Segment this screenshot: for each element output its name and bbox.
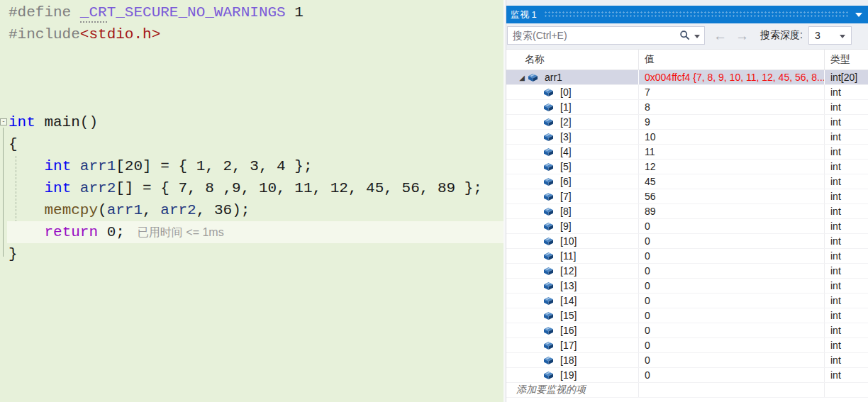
watch-value-cell[interactable]: 0 [639,368,825,382]
watch-variable-name: [2] [560,116,572,128]
variable-icon [543,326,554,335]
watch-row[interactable]: [8]89int [506,204,868,219]
watch-value-cell[interactable]: 11 [639,145,825,159]
watch-variable-name: [9] [560,220,572,232]
watch-row[interactable]: [15]0int [506,308,868,323]
watch-type-cell: int [825,174,868,189]
watch-titlebar[interactable]: 监视 1 [506,6,868,23]
watch-row[interactable]: [13]0int [506,279,868,294]
watch-name-cell: [0] [506,85,639,99]
variable-icon [543,296,554,306]
watch-value-cell[interactable]: 0 [639,323,825,337]
code-token: arr1 [80,158,116,174]
fold-guide-line [3,128,4,257]
watch-row[interactable]: [14]0int [506,294,868,308]
search-depth-combo[interactable]: 3 [808,26,852,45]
watch-value-cell[interactable]: 0x004ffcf4 {7, 8, 9, 10, 11, 12, 45, 56,… [639,70,825,84]
watch-type-cell: int [825,308,868,323]
search-icon[interactable] [679,30,691,41]
watch-row[interactable]: [12]0int [506,264,868,279]
watch-variable-name: [0] [560,86,572,98]
watch-row[interactable]: [7]56int [506,189,868,204]
watch-row[interactable]: [18]0int [506,353,868,368]
code-token: [] = { 7, 8 ,9, 10, 11, 12, 45, 56, 89 }… [116,180,482,196]
watch-row[interactable]: [1]8int [506,100,868,115]
watch-value-cell[interactable]: 7 [639,85,825,99]
column-header-value[interactable]: 值 [639,50,825,69]
code-token: T_SECURE_NO_WARNINGS [107,4,286,21]
search-box[interactable] [507,26,705,45]
watch-name-cell: [11] [506,249,639,263]
fold-collapse-icon[interactable]: - [0,118,7,125]
expanded-icon[interactable]: ◢ [516,74,528,82]
watch-value-cell[interactable]: 9 [639,115,825,129]
watch-variable-name: [11] [560,250,576,262]
code-token [9,180,44,196]
search-options-caret-icon[interactable] [694,35,700,38]
watch-row[interactable]: [0]7int [506,85,868,100]
code-token: int [44,180,71,196]
code-token: 1 [286,4,304,21]
watch-name-cell: [15] [506,308,639,323]
watch-value-cell[interactable]: 0 [639,308,825,323]
watch-row[interactable]: [6]45int [506,174,868,189]
code-editor[interactable]: - #define _CRT_SECURE_NO_WARNINGS 1#incl… [0,0,503,402]
watch-value-cell[interactable]: 0 [639,353,825,367]
watch-value-cell[interactable]: 56 [639,189,825,203]
watch-value-cell[interactable]: 0 [639,264,825,278]
watch-row[interactable]: [4]11int [506,145,868,160]
code-line: } [7,243,503,265]
watch-row[interactable]: [5]12int [506,160,868,174]
variable-icon [543,177,554,186]
code-token [71,158,80,174]
watch-row[interactable]: [2]9int [506,115,868,130]
watch-variable-name: [17] [560,340,577,351]
watch-value-cell[interactable]: 12 [639,160,825,174]
watch-type-cell: int[20] [825,70,868,84]
watch-variable-name: [3] [560,131,572,143]
watch-row[interactable]: ◢arr10x004ffcf4 {7, 8, 9, 10, 11, 12, 45… [506,70,868,85]
search-prev-button[interactable]: ← [713,29,727,43]
watch-value-cell[interactable]: 89 [639,204,825,218]
search-next-button[interactable]: → [735,29,749,43]
watch-row[interactable]: [19]0int [506,368,868,383]
window-menu-caret-icon[interactable] [855,13,862,17]
add-watch-row[interactable]: 添加要监视的项 [506,383,868,398]
column-header-type[interactable]: 类型 [825,50,868,69]
watch-row[interactable]: [16]0int [506,323,868,338]
watch-name-cell: [14] [506,294,639,308]
watch-value-cell[interactable]: 0 [639,279,825,293]
search-input[interactable] [513,30,679,41]
code-line [7,67,503,89]
variable-icon [543,281,554,291]
depth-combo-caret-icon [840,35,845,38]
watch-row[interactable]: [9]0int [506,219,868,234]
perf-tip[interactable]: 已用时间 <= 1ms [138,226,224,238]
code-token: ( [98,202,107,218]
code-line: #include<stdio.h> [7,23,503,45]
code-line: memcpy(arr1, arr2, 36); [7,199,503,221]
watch-row[interactable]: [3]10int [506,130,868,145]
watch-value-cell[interactable]: 10 [639,130,825,144]
watch-type-cell: int [825,115,868,129]
watch-value-cell[interactable]: 0 [639,338,825,352]
watch-value-cell[interactable]: 8 [639,100,825,114]
watch-type-cell: int [825,204,868,218]
watch-value-cell[interactable]: 0 [639,219,825,233]
watch-variable-name: [13] [560,280,577,291]
watch-row[interactable]: [11]0int [506,249,868,264]
watch-value-cell[interactable]: 0 [639,294,825,308]
variable-icon [528,73,538,82]
watch-type-cell: int [825,294,868,308]
column-header-name[interactable]: 名称 [506,50,639,69]
code-token: main() [35,114,98,130]
variable-icon [543,118,554,127]
watch-value-cell[interactable]: 45 [639,174,825,189]
watch-row[interactable]: [10]0int [506,234,868,249]
watch-value-cell[interactable]: 0 [639,234,825,248]
watch-value-cell[interactable]: 0 [639,249,825,263]
watch-type-cell: int [825,279,868,293]
add-watch-label: 添加要监视的项 [506,384,586,396]
watch-row[interactable]: [17]0int [506,338,868,353]
watch-variable-name: [5] [560,161,572,172]
